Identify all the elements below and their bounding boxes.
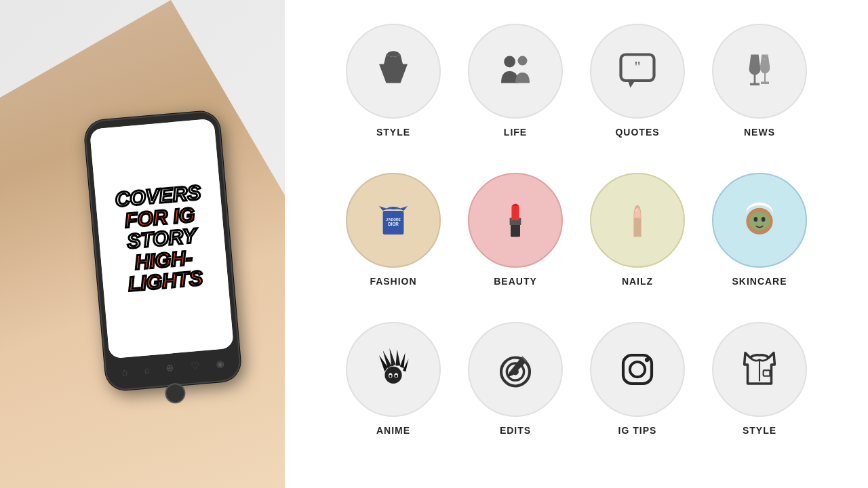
highlight-grid: STYLE LIFE " (336, 24, 817, 464)
highlight-circle-beauty (468, 173, 563, 268)
svg-text:J'ADORE: J'ADORE (386, 218, 401, 222)
highlight-label-news: NEWS (744, 127, 775, 138)
life-person-icon (492, 47, 539, 95)
highlight-item-quotes[interactable]: " QUOTES (580, 24, 695, 166)
highlight-item-ig-tips[interactable]: IG TIPS (580, 322, 695, 464)
skincare-face-icon (736, 197, 783, 244)
home-icon: ⌂ (121, 366, 128, 378)
highlight-item-fashion[interactable]: J'ADORE DIOR FASHION (336, 173, 451, 315)
profile-icon: ◉ (216, 358, 224, 369)
svg-point-28 (645, 358, 649, 362)
highlight-item-skincare[interactable]: SKINCARE (702, 173, 817, 315)
svg-text:": " (634, 58, 640, 75)
highlight-label-beauty: BEAUTY (494, 276, 537, 287)
highlight-circle-fashion: J'ADORE DIOR (346, 173, 441, 268)
highlight-item-nailz[interactable]: NAILZ (580, 173, 695, 315)
phone-text: COVERS FOR IG STORY HIGH- LIGHTS (106, 167, 217, 310)
svg-point-17 (762, 217, 766, 222)
svg-marker-3 (628, 81, 635, 88)
svg-text:DIOR: DIOR (388, 222, 399, 226)
highlight-item-beauty[interactable]: BEAUTY (458, 173, 573, 315)
highlight-circle-edits (468, 322, 563, 417)
highlight-item-edits[interactable]: EDITS (458, 322, 573, 464)
highlight-item-life[interactable]: LIFE (458, 24, 573, 166)
highlight-circle-nailz (590, 173, 685, 268)
highlight-label-quotes: QUOTES (615, 127, 659, 138)
svg-point-18 (384, 367, 401, 384)
highlight-item-style-2[interactable]: STYLE (702, 322, 817, 464)
highlight-item-news[interactable]: NEWS (702, 24, 817, 166)
heart-icon: ♡ (190, 360, 199, 371)
highlight-circle-style-2 (712, 322, 807, 417)
news-champagne-icon (736, 47, 783, 95)
fashion-shirt-icon: J'ADORE DIOR (370, 197, 417, 244)
svg-point-16 (754, 217, 758, 222)
search-icon: ⌕ (144, 364, 150, 375)
highlight-label-nailz: NAILZ (622, 276, 653, 287)
svg-rect-30 (764, 370, 770, 375)
svg-point-6 (766, 56, 767, 57)
ig-tips-instagram-icon (614, 346, 661, 393)
highlight-label-edits: EDITS (500, 425, 531, 436)
phone-mockup: COVERS FOR IG STORY HIGH- LIGHTS ⌂ ⌕ ⊕ ♡… (83, 110, 242, 392)
svg-point-0 (504, 56, 515, 68)
anime-hair-icon (370, 346, 417, 393)
highlight-label-skincare: SKINCARE (732, 276, 787, 287)
highlight-label-fashion: FASHION (370, 276, 416, 287)
highlight-circle-life (468, 24, 563, 119)
highlight-circle-skincare (712, 173, 807, 268)
beauty-lipstick-icon (492, 197, 539, 244)
svg-point-21 (389, 375, 392, 378)
highlight-circle-news (712, 24, 807, 119)
style-jacket-icon (736, 346, 783, 393)
svg-point-22 (395, 375, 397, 378)
highlight-label-anime: ANIME (376, 425, 410, 436)
highlight-label-ig-tips: IG TIPS (618, 425, 657, 436)
svg-point-5 (764, 58, 766, 60)
highlight-label-life: LIFE (504, 127, 527, 138)
right-panel: STYLE LIFE " (285, 0, 868, 488)
nailz-nail-icon (614, 197, 661, 244)
edits-target-icon (492, 346, 539, 393)
highlight-label-style-2: STYLE (743, 425, 776, 436)
svg-point-7 (761, 56, 762, 58)
phone-screen-content: COVERS FOR IG STORY HIGH- LIGHTS (90, 119, 234, 359)
highlight-circle-style-1 (346, 24, 441, 119)
svg-rect-13 (511, 206, 519, 220)
svg-point-27 (630, 362, 645, 377)
add-icon: ⊕ (165, 362, 174, 373)
style-dress-icon (370, 47, 417, 95)
phone-screen: COVERS FOR IG STORY HIGH- LIGHTS (90, 119, 234, 359)
highlight-circle-quotes: " (590, 24, 685, 119)
highlight-item-style-1[interactable]: STYLE (336, 24, 451, 166)
quotes-bubble-icon: " (614, 47, 661, 95)
highlight-circle-ig-tips (590, 322, 685, 417)
left-panel: COVERS FOR IG STORY HIGH- LIGHTS ⌂ ⌕ ⊕ ♡… (0, 0, 285, 488)
highlight-circle-anime (346, 322, 441, 417)
highlight-item-anime[interactable]: ANIME (336, 322, 451, 464)
svg-point-1 (518, 56, 528, 66)
phone-body: COVERS FOR IG STORY HIGH- LIGHTS ⌂ ⌕ ⊕ ♡… (83, 110, 242, 392)
highlight-label-style-1: STYLE (376, 127, 410, 138)
